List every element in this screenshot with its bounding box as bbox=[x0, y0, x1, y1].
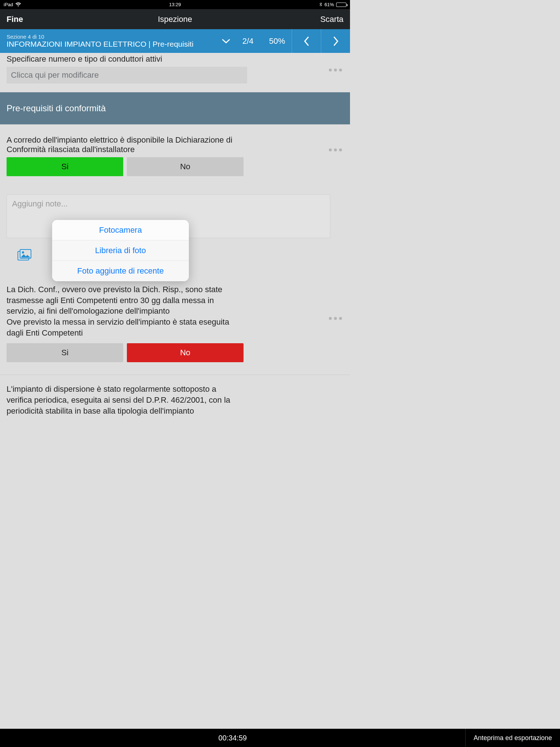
question-dispersione: L'impianto di dispersione è stato regola… bbox=[0, 375, 350, 430]
svg-point-2 bbox=[22, 251, 24, 253]
nav-bar: Fine Ispezione Scarta bbox=[0, 9, 350, 29]
question-label: L'impianto di dispersione è stato regola… bbox=[7, 384, 240, 416]
bluetooth-icon bbox=[319, 2, 322, 7]
section-selector[interactable]: Sezione 4 di 10 INFORMAZIONI IMPIANTO EL… bbox=[0, 34, 219, 49]
text-input[interactable]: Clicca qui per modificare bbox=[7, 67, 247, 84]
more-options-button[interactable] bbox=[329, 69, 342, 71]
device-label: iPad bbox=[4, 2, 13, 7]
question-label: La Dich. Conf., ovvero ove previsto la D… bbox=[7, 284, 240, 338]
section-counter: Sezione 4 di 10 bbox=[7, 34, 219, 40]
question-dichiarazione: A corredo dell'impianto elettrico è disp… bbox=[0, 124, 350, 282]
question-trasmissione: La Dich. Conf., ovvero ove previsto la D… bbox=[0, 282, 350, 371]
question-label: Specificare numero e tipo di conduttori … bbox=[7, 54, 247, 64]
prev-section-button[interactable] bbox=[292, 29, 321, 53]
popover-camera[interactable]: Fotocamera bbox=[52, 220, 189, 240]
battery-percent: 61% bbox=[324, 2, 334, 7]
yes-button[interactable]: Si bbox=[7, 343, 123, 362]
yes-button[interactable]: Si bbox=[7, 157, 123, 176]
question-conductors: Specificare numero e tipo di conduttori … bbox=[0, 53, 350, 87]
progress-count: 2/4 bbox=[233, 36, 262, 46]
clock: 13:29 bbox=[118, 2, 232, 7]
no-button[interactable]: No bbox=[127, 343, 244, 362]
more-options-button[interactable] bbox=[329, 317, 342, 320]
progress-percent: 50% bbox=[262, 36, 292, 46]
chevron-down-icon[interactable] bbox=[219, 39, 233, 44]
popover-library[interactable]: Libreria di foto bbox=[52, 240, 189, 261]
status-bar: iPad 13:29 61% bbox=[0, 0, 350, 9]
subsection-header: Pre-requisiti di conformità bbox=[0, 92, 350, 124]
more-options-button[interactable] bbox=[329, 148, 342, 151]
next-section-button[interactable] bbox=[321, 29, 350, 53]
photo-source-popover: Fotocamera Libreria di foto Foto aggiunt… bbox=[52, 220, 189, 281]
wifi-icon bbox=[15, 3, 21, 7]
discard-button[interactable]: Scarta bbox=[231, 15, 343, 24]
page-title: Ispezione bbox=[119, 15, 231, 24]
popover-recent[interactable]: Foto aggiunte di recente bbox=[52, 261, 189, 281]
done-button[interactable]: Fine bbox=[7, 15, 119, 24]
section-title: INFORMAZIONI IMPIANTO ELETTRICO | Pre-re… bbox=[7, 40, 219, 49]
battery-icon bbox=[336, 3, 346, 7]
question-label: A corredo dell'impianto elettrico è disp… bbox=[7, 135, 247, 154]
no-button[interactable]: No bbox=[127, 157, 244, 176]
section-bar: Sezione 4 di 10 INFORMAZIONI IMPIANTO EL… bbox=[0, 29, 350, 53]
